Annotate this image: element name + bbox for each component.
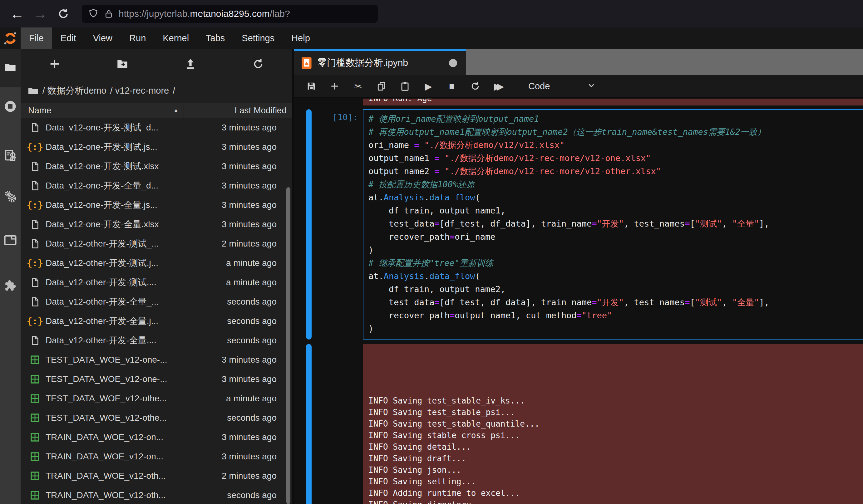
- sidebar-item-file-browser[interactable]: [0, 56, 21, 78]
- file-name: TRAIN_DATA_WOE_v12-on...: [46, 432, 222, 442]
- sidebar-item-running-sessions[interactable]: [0, 96, 21, 117]
- window-icon: [4, 234, 17, 247]
- cut-cells-button[interactable]: ✂: [351, 78, 365, 94]
- address-bar[interactable]: https://jupyterlab.metanoia8295.com/lab?: [82, 5, 378, 23]
- sheet-icon-cell: [29, 374, 41, 384]
- file-modified: 3 minutes ago: [222, 200, 292, 210]
- file-row[interactable]: Data_v12-one-开发-测试_d...3 minutes ago: [21, 118, 292, 137]
- file-row[interactable]: TEST_DATA_WOE_v12-othe...a minute ago: [21, 389, 292, 408]
- column-header-name[interactable]: Name ▲: [21, 103, 184, 118]
- sidebar-item-property-inspector[interactable]: [0, 144, 21, 166]
- file-row[interactable]: TRAIN_DATA_WOE_v12-oth...seconds ago: [21, 486, 292, 504]
- notebook-tab[interactable]: 零门槛数据分析.ipynb: [294, 49, 466, 75]
- menu-file[interactable]: File: [21, 27, 52, 49]
- execution-count-prompt: [10]:: [312, 109, 363, 340]
- stderr-output: INFO Saving test_stable_... INFO Saving …: [363, 344, 863, 504]
- menu-help[interactable]: Help: [283, 27, 318, 49]
- code-editor[interactable]: # 使用ori_name配置映射到output_name1# 再使用output…: [363, 109, 863, 340]
- file-row[interactable]: Data_v12-one-开发-全量_d...3 minutes ago: [21, 176, 292, 196]
- new-folder-button[interactable]: [89, 49, 157, 79]
- output-line: INFO Adding runtime to excel...: [368, 488, 863, 499]
- file-name: TRAIN_DATA_WOE_v12-oth...: [46, 471, 222, 481]
- copy-cells-button[interactable]: [375, 78, 388, 94]
- dock-tab-bar: 零门槛数据分析.ipynb: [294, 49, 863, 75]
- file-row[interactable]: TEST_DATA_WOE_v12-othe...seconds ago: [21, 408, 292, 428]
- output-collapser[interactable]: [306, 344, 312, 504]
- notebook-scroll-region[interactable]: INFO Run: Age [10]: # 使用ori_name配置映射到out…: [294, 99, 863, 504]
- file-row[interactable]: TRAIN_DATA_WOE_v12-on...3 minutes ago: [21, 428, 292, 447]
- json-icon: {:}: [27, 142, 43, 152]
- folder-icon: [4, 61, 16, 73]
- cell-type-select[interactable]: Code: [528, 81, 550, 91]
- browser-forward-button[interactable]: →: [31, 5, 49, 23]
- file-row[interactable]: {:}Data_v12-other-开发-测试.j...a minute ago: [21, 253, 292, 273]
- json-icon: {:}: [27, 258, 43, 268]
- output-line: INFO Saving test_stable_psi...: [368, 407, 863, 418]
- file-row[interactable]: {:}Data_v12-other-开发-全量.j...seconds ago: [21, 312, 292, 331]
- file-icon-cell: [29, 238, 41, 249]
- file-row[interactable]: Data_v12-other-开发-全量_...seconds ago: [21, 292, 292, 312]
- browser-back-button[interactable]: ←: [8, 5, 26, 23]
- menu-edit[interactable]: Edit: [52, 27, 85, 49]
- file-list-scrollbar-thumb[interactable]: [286, 187, 290, 504]
- breadcrumb-segment[interactable]: / v12-rec-more: [110, 86, 169, 96]
- breadcrumb-segment[interactable]: / 数据分析demo: [42, 86, 107, 96]
- paste-cells-button[interactable]: [398, 78, 412, 94]
- gears-icon: [3, 190, 17, 203]
- menu-run[interactable]: Run: [121, 27, 154, 49]
- shield-icon[interactable]: [88, 9, 99, 19]
- sidebar-item-window[interactable]: [0, 229, 21, 251]
- menu-view[interactable]: View: [85, 27, 121, 49]
- activity-sidebar: [0, 49, 21, 504]
- file-modified: 3 minutes ago: [222, 374, 292, 384]
- file-row[interactable]: TEST_DATA_WOE_v12-one-...3 minutes ago: [21, 369, 292, 389]
- file-row[interactable]: Data_v12-one-开发-测试.xlsx3 minutes ago: [21, 157, 292, 176]
- refresh-button[interactable]: [225, 49, 292, 79]
- new-launcher-button[interactable]: [21, 49, 89, 79]
- menu-kernel[interactable]: Kernel: [154, 27, 197, 49]
- menu-settings[interactable]: Settings: [233, 27, 283, 49]
- json-icon-cell: {:}: [29, 200, 41, 210]
- column-header-modified[interactable]: Last Modified: [184, 105, 292, 115]
- run-cell-button[interactable]: ▶: [422, 78, 435, 94]
- chevron-down-icon[interactable]: [587, 81, 596, 91]
- interrupt-kernel-button[interactable]: ■: [445, 78, 459, 94]
- file-row[interactable]: {:}Data_v12-one-开发-全量.js...3 minutes ago: [21, 196, 292, 215]
- restart-and-run-all-button[interactable]: ▶▶: [492, 78, 505, 94]
- cell-collapser[interactable]: [306, 109, 312, 340]
- stop-icon: ■: [449, 81, 454, 91]
- code-line: # 继承配置并按"tree"重新训练: [368, 256, 863, 269]
- sidebar-item-tools[interactable]: [0, 186, 21, 207]
- upload-button[interactable]: [157, 49, 225, 79]
- file-row[interactable]: Data_v12-other-开发-测试....a minute ago: [21, 273, 292, 292]
- lock-icon[interactable]: [104, 9, 114, 19]
- breadcrumb: / 数据分析demo/ v12-rec-more/: [21, 79, 292, 103]
- restart-kernel-button[interactable]: [468, 78, 482, 94]
- insert-cell-button[interactable]: [328, 78, 341, 94]
- sidebar-item-extensions[interactable]: [0, 275, 21, 297]
- code-cell: [10]: # 使用ori_name配置映射到output_name1# 再使用…: [294, 109, 863, 340]
- home-folder-icon[interactable]: [27, 85, 39, 97]
- file-row[interactable]: {:}Data_v12-one-开发-测试.js...3 minutes ago: [21, 137, 292, 157]
- file-row[interactable]: TRAIN_DATA_WOE_v12-on...3 minutes ago: [21, 447, 292, 466]
- unsaved-changes-dot[interactable]: [449, 59, 457, 67]
- spreadsheet-icon: [30, 355, 40, 365]
- file-modified: 2 minutes ago: [222, 239, 292, 249]
- file-row[interactable]: Data_v12-other-开发-测试_...2 minutes ago: [21, 234, 292, 253]
- file-name: TEST_DATA_WOE_v12-one-...: [46, 374, 222, 384]
- spreadsheet-icon: [30, 490, 40, 500]
- jupyter-logo: [0, 27, 21, 49]
- file-row[interactable]: Data_v12-other-开发-全量....seconds ago: [21, 331, 292, 350]
- breadcrumb-trailing-slash: /: [173, 86, 175, 96]
- file-row[interactable]: TEST_DATA_WOE_v12-one-...3 minutes ago: [21, 350, 292, 369]
- code-line: test_data=[df_test, df_data], train_name…: [368, 296, 863, 309]
- browser-reload-button[interactable]: [54, 5, 73, 23]
- save-button[interactable]: [304, 78, 318, 94]
- output-prompt: [312, 344, 363, 504]
- file-row[interactable]: TRAIN_DATA_WOE_v12-oth...2 minutes ago: [21, 466, 292, 486]
- menu-tabs[interactable]: Tabs: [197, 27, 233, 49]
- file-modified: seconds ago: [227, 336, 292, 345]
- file-row[interactable]: Data_v12-one-开发-全量.xlsx3 minutes ago: [21, 215, 292, 234]
- file-icon: [30, 277, 40, 288]
- file-icon: [30, 335, 40, 346]
